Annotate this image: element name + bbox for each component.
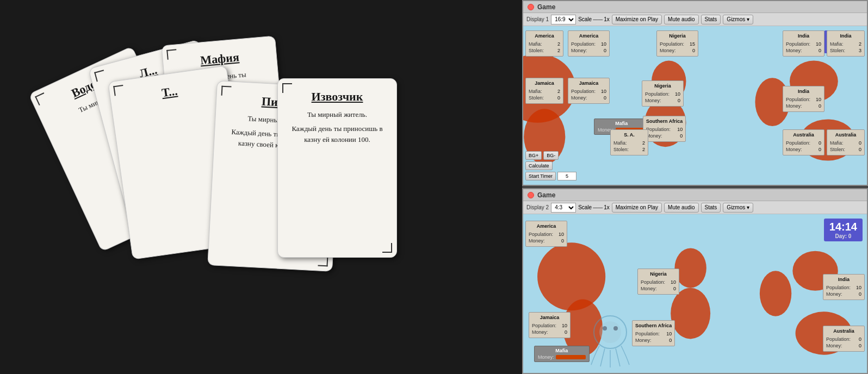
svg-point-12 [671,288,710,339]
card-izvozchik-title: Извозчик [289,90,386,104]
panel-india-left-top: India Population: 10 Money: 0 [783,30,824,57]
scale-slider-top[interactable]: —— [593,17,603,22]
india-right-title-top: India [830,33,861,40]
panel-nigeria-top: Nigeria Population: 15 Money: 0 [656,30,698,57]
panel-india-bottom-left-top: India Population: 10 Money: 0 [783,86,824,112]
panel-australia-bottom-win: Australia Population: 0 Money: 0 [823,326,865,352]
panel-india-bottom-win: India Population: 10 Money: 0 [823,274,865,300]
close-button-bottom[interactable] [528,192,534,198]
nigeria-bottom-title: Nigeria [645,83,680,90]
display-label-bottom: Display 2 [526,204,549,210]
cards-photo-panel: Водо... Ты мирны... Л... Ты мирны... Маф… [0,0,522,374]
scale-control-bottom: Scale —— 1x [578,204,610,210]
jamaica-left-title-top: Jamaica [529,80,560,87]
aspect-select-top[interactable]: 16:9 4:3 [551,15,576,24]
mafia-title-top: Mafia [598,121,646,126]
start-timer-btn[interactable]: Start Timer [525,172,556,180]
timer-input[interactable] [557,172,576,180]
bottom-timer-day: Day: 0 [829,233,857,239]
panel-nigeria-bottom-win: Nigeria Population: 10 Money: 0 [637,269,679,295]
svg-point-9 [537,242,605,310]
stats-top[interactable]: Stats [701,15,721,24]
svg-point-18 [603,326,607,331]
top-game-viewport: 14:14 Day: 0 America Mafia: 2 Stolen: 2 … [523,26,867,185]
india-bottom-title: India [786,88,821,95]
scale-label-top: Scale [578,16,592,22]
squid-decoration [578,302,643,367]
gizmos-bottom[interactable]: Gizmos ▾ [723,203,753,213]
jamaica-right-title-top: Jamaica [571,80,606,87]
display-label-top: Display 1 [526,16,549,22]
america-right-title-top: America [571,33,606,40]
svg-point-13 [760,271,791,316]
nigeria-top-title: Nigeria [660,33,695,40]
sa-title-top: S. A. [613,132,645,139]
bottom-game-viewport: 14:14 Day: 0 America Population: 10 Mone… [523,214,867,373]
india-title-bottom: India [826,276,861,283]
scale-slider-bottom[interactable]: —— [593,205,603,210]
scale-control-top: Scale —— 1x [578,16,610,22]
scale-label-bottom: Scale [578,204,592,210]
scale-value-bottom: 1x [604,204,610,210]
mute-audio-top[interactable]: Mute audio [664,15,698,24]
bottom-window-titlebar: Game [523,189,867,201]
gizmos-top[interactable]: Gizmos ▾ [723,15,753,24]
cards-area: Водо... Ты мирны... Л... Ты мирны... Маф… [44,29,479,345]
australia-left-title-top: Australia [786,132,821,139]
panel-australia-left-top: Australia Population: 0 Money: 0 [783,129,824,155]
bottom-window-toolbar: Display 2 4:3 16:9 Scale —— 1x Maximize … [523,201,867,214]
panel-america-left-top: America Mafia: 2 Stolen: 2 [525,30,563,57]
game-window-bottom: Game Display 2 4:3 16:9 Scale —— 1x Maxi… [522,188,868,374]
panel-america-right-top: America Population: 10 Money: 0 [568,30,610,57]
game-window-top: Game Display 1 16:9 4:3 Scale —— 1x Maxi… [522,0,868,186]
nigeria-title-bottom: Nigeria [641,271,676,278]
panel-america-bottom: America Population: 10 Money: 0 [525,221,567,247]
australia-title-bottom: Australia [826,328,861,335]
right-panel: Game Display 1 16:9 4:3 Scale —— 1x Maxi… [522,0,868,374]
card-t-title: Т... [121,78,219,106]
bottom-timer-panel: 14:14 Day: 0 [824,219,863,241]
top-window-toolbar: Display 1 16:9 4:3 Scale —— 1x Maximize … [523,13,867,26]
card-izvozchik-subtitle: Ты мирный житель. [289,110,386,119]
bottom-window-title: Game [537,191,555,199]
maximize-on-play-bottom[interactable]: Maximize on Play [612,203,662,213]
maximize-on-play-top[interactable]: Maximize on Play [612,15,662,24]
bottom-timer-value: 14:14 [829,221,857,233]
america-left-title-top: America [529,33,560,40]
panel-sa-top: S. A. Mafia: 2 Stolen: 2 [610,129,648,155]
panel-jamaica-left-top: Jamaica Mafia: 2 Stolen: 0 [525,78,563,104]
svg-point-17 [599,321,621,343]
scale-value-top: 1x [604,16,610,22]
bg-plus-btn[interactable]: BG+ [525,151,542,160]
panel-jamaica-bottom-win: Jamaica Population: 10 Money: 0 [529,312,571,338]
panel-southern-africa-top: Southern Africa Population: 10 Money: 0 [643,116,686,142]
calculate-btn[interactable]: Calculate [525,161,553,170]
jamaica-title-bottom: Jamaica [532,314,567,321]
panel-jamaica-right-top: Jamaica Population: 10 Money: 0 [568,78,610,104]
top-window-titlebar: Game [523,1,867,13]
bg-minus-btn[interactable]: BG- [543,151,559,160]
australia-right-title-top: Australia [830,132,861,139]
top-window-title: Game [537,3,555,11]
aspect-select-bottom[interactable]: 4:3 16:9 [551,203,576,213]
america-title-bottom: America [529,223,564,230]
mute-audio-bottom[interactable]: Mute audio [664,203,698,213]
card-izvozchik-body: Каждый день ты приносишь в казну ей коло… [289,123,386,145]
panel-australia-right-top: Australia Mafia: 0 Stolen: 0 [827,129,865,155]
svg-point-11 [674,248,706,288]
close-button-top[interactable] [528,4,534,10]
svg-point-19 [613,326,618,331]
panel-india-right-top: India Mafia: 2 Stolen: 3 [827,30,865,57]
stats-bottom[interactable]: Stats [701,203,721,213]
card-izvozchik: Извозчик Ты мирный житель. Каждый день т… [277,78,397,258]
controls-panel-top: BG+ BG- Calculate Start Timer [525,151,576,180]
southern-africa-title-top: Southern Africa [646,118,683,125]
india-left-title-top: India [786,33,821,40]
panel-nigeria-bottom: Nigeria Population: 10 Money: 0 [642,80,684,107]
